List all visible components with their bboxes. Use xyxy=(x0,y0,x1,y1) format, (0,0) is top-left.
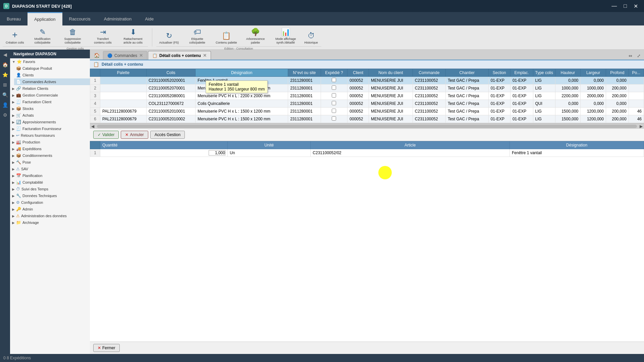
sidebar-item-achats[interactable]: ▶ 🛒 Achats xyxy=(10,112,90,119)
sub-table-row[interactable]: 1 Un C231100052/02 Fenêtre 1 vantail xyxy=(90,149,644,157)
scroll-right-button[interactable]: ▶ xyxy=(638,124,644,129)
minimize-button[interactable]: — xyxy=(609,2,620,10)
sidebar-item-approvisionnements[interactable]: ▶ 🔄 Approvisionnements xyxy=(10,119,90,125)
sub-col-quantite[interactable]: Quantité xyxy=(100,141,228,149)
maximize-content-button[interactable]: ⤢ xyxy=(635,52,643,60)
transfert-colis-button[interactable]: ⇥ Transfert contenu colis xyxy=(88,27,118,46)
quantite-input[interactable] xyxy=(209,150,225,156)
menu-item-bureau[interactable]: Bureau xyxy=(0,12,28,25)
expedie-checkbox[interactable] xyxy=(332,101,336,105)
col-nevt[interactable]: N°evt ou site xyxy=(288,69,321,77)
sidebar-item-admin[interactable]: ▶ 🔑 Admin xyxy=(10,206,90,213)
sidebar-item-pose[interactable]: ▶ 🔨 Pose xyxy=(10,159,90,166)
cell-expedie[interactable] xyxy=(321,92,347,100)
tab-commandes-close[interactable]: ✕ xyxy=(139,53,143,58)
col-designation[interactable]: Désignation xyxy=(196,69,288,77)
col-expedie[interactable]: Expédié ? xyxy=(321,69,347,77)
sidebar-item-relation-clients[interactable]: ▶ 🔗 Relation Clients xyxy=(10,85,90,92)
user-sidebar-icon[interactable]: 👤 xyxy=(1,101,9,109)
sidebar-item-commandes-actives[interactable]: 📄 Commandes Actives xyxy=(14,78,90,85)
scroll-track[interactable] xyxy=(97,125,637,128)
rattachement-button[interactable]: ⬇ Rattachement article au colis xyxy=(118,27,148,46)
sidebar-item-production[interactable]: ▶ 🏭 Production xyxy=(10,139,90,145)
contenu-palette-button[interactable]: 📋 Contenu palette xyxy=(213,27,240,46)
sidebar-item-planification[interactable]: ▶ 📅 Planification xyxy=(10,172,90,179)
star-sidebar-icon[interactable]: ⭐ xyxy=(1,71,9,78)
col-hauteur[interactable]: Hauteur xyxy=(555,69,581,77)
sidebar-item-stocks[interactable]: ▶ 📦 Stocks xyxy=(10,105,90,112)
col-chantier[interactable]: Chantier xyxy=(445,69,488,77)
expedie-checkbox[interactable] xyxy=(332,93,336,98)
col-profond[interactable]: Profond xyxy=(606,69,629,77)
col-colis[interactable]: Colis xyxy=(146,69,195,77)
col-commande[interactable]: Commande xyxy=(413,69,445,77)
search-sidebar-icon[interactable]: 🔍 xyxy=(1,91,9,99)
cell-expedie[interactable] xyxy=(321,108,347,115)
actualiser-button[interactable]: ↻ Actualiser (F5) xyxy=(156,27,182,46)
tab-detail-close[interactable]: ✕ xyxy=(203,53,207,58)
grid-sidebar-icon[interactable]: ⊞ xyxy=(2,81,8,88)
tab-commandes[interactable]: 🔵 Commandes ✕ xyxy=(103,51,147,60)
sidebar-item-facturation-fournisseur[interactable]: ▶ 🧾 Facturation Fournisseur xyxy=(10,125,90,132)
close-button[interactable]: ✕ xyxy=(631,2,641,10)
col-section[interactable]: Section xyxy=(488,69,510,77)
expedie-checkbox[interactable] xyxy=(332,78,336,82)
historique-button[interactable]: ⏱ Historique xyxy=(301,27,321,46)
table-row[interactable]: 2 C231100052070001 Menuiserie PVC H x L … xyxy=(90,84,644,92)
sidebar-item-retours[interactable]: ▶ ↩ Retours fournisseurs xyxy=(10,132,90,139)
sidebar-item-clients[interactable]: 👤 Clients xyxy=(14,72,90,78)
sidebar-item-gestion-commerciale[interactable]: ▶ 💼 Gestion Commerciale xyxy=(10,92,90,99)
settings-sidebar-icon[interactable]: ⚙ xyxy=(2,111,8,119)
sub-cell-quantite[interactable] xyxy=(100,149,228,157)
sidebar-item-comptabilite[interactable]: ▶ 📊 Comptabilité xyxy=(10,179,90,186)
mode-affichage-button[interactable]: 📊 Mode affichage synth./détaillé xyxy=(271,27,301,46)
tab-detail-colis[interactable]: 📋 Détail colis + contenu ✕ xyxy=(148,51,211,60)
arborescence-button[interactable]: 🌳 Arborescence palette xyxy=(241,27,270,46)
col-palette[interactable]: Palette xyxy=(100,69,147,77)
expedie-checkbox[interactable] xyxy=(332,85,336,90)
sub-col-article[interactable]: Article xyxy=(311,141,510,149)
menu-item-administration[interactable]: Administration xyxy=(97,12,138,25)
table-row[interactable]: 3 C231100052080001 Menuiserie PVC H x L … xyxy=(90,92,644,100)
fermer-button[interactable]: ✕ Fermer xyxy=(93,344,120,352)
annuler-button[interactable]: ✕ Annuler xyxy=(121,131,148,139)
suppression-colis-button[interactable]: 🗑 Suppression colis/palette xyxy=(58,27,88,46)
modification-colis-button[interactable]: ✎ Modification colis/palette xyxy=(28,27,57,46)
sidebar-item-admin-donnees[interactable]: ▶ ⚠ Administration des données xyxy=(10,213,90,219)
etiquette-button[interactable]: 🏷 Etiquette colis/palette xyxy=(182,27,212,46)
expedie-checkbox[interactable] xyxy=(332,109,336,113)
sidebar-item-favoris[interactable]: ▼ ⭐ Favoris xyxy=(10,58,90,65)
col-largeur[interactable]: Largeur xyxy=(581,69,606,77)
menu-item-raccourcis[interactable]: Raccourcis xyxy=(62,12,97,25)
col-nom-client[interactable]: Nom du client xyxy=(369,69,413,77)
sidebar-item-conditionnements[interactable]: ▶ 📦 Conditionnements xyxy=(10,152,90,159)
creation-colis-button[interactable]: + Création colis xyxy=(3,27,27,46)
expand-tabs-button[interactable]: ⇔ xyxy=(627,52,634,60)
home-sidebar-icon[interactable]: 🏠 xyxy=(1,61,9,68)
table-row[interactable]: 1 C231100052020001 Fenêtre 1 vantail 231… xyxy=(90,77,644,84)
cell-expedie[interactable] xyxy=(321,100,347,108)
collapse-sidebar-icon[interactable]: ◀ xyxy=(2,51,8,58)
cell-expedie[interactable] xyxy=(321,115,347,123)
table-row[interactable]: 5 PAL231128000679 C231100052010001 Menui… xyxy=(90,108,644,115)
cell-expedie[interactable] xyxy=(321,84,347,92)
maximize-button[interactable]: □ xyxy=(621,2,630,10)
sidebar-item-donnees-techniques[interactable]: ▶ 🔧 Données Techniques xyxy=(10,192,90,199)
sidebar-item-catalogue-produit[interactable]: 📦 Catalogue Produit xyxy=(14,65,90,72)
col-poids[interactable]: Po... xyxy=(629,69,644,77)
col-emplac[interactable]: Emplac. xyxy=(510,69,533,77)
sidebar-item-expeditions[interactable]: ▶ 🚚 Expéditions xyxy=(10,145,90,152)
col-type[interactable]: Type colis xyxy=(533,69,555,77)
sidebar-item-suivi-temps[interactable]: ▶ ⏱ Suivi des Temps xyxy=(10,186,90,192)
sidebar-item-configuration[interactable]: ▶ ⚙ Configuration xyxy=(10,199,90,206)
main-table-hscroll[interactable]: ◀ ▶ xyxy=(90,123,644,129)
cell-expedie[interactable] xyxy=(321,77,347,84)
menu-item-aide[interactable]: Aide xyxy=(138,12,160,25)
sidebar-item-archivage[interactable]: ▶ 📁 Archivage xyxy=(10,219,90,226)
expedie-checkbox[interactable] xyxy=(332,116,336,121)
home-tab-button[interactable]: 🏠 xyxy=(91,51,102,60)
col-client[interactable]: Client xyxy=(347,69,369,77)
sub-col-designation[interactable]: Désignation xyxy=(510,141,644,149)
table-row[interactable]: 6 PAL231128000679 C231100052010002 Menui… xyxy=(90,115,644,123)
acces-gestion-button[interactable]: Accès Gestion xyxy=(150,131,185,139)
